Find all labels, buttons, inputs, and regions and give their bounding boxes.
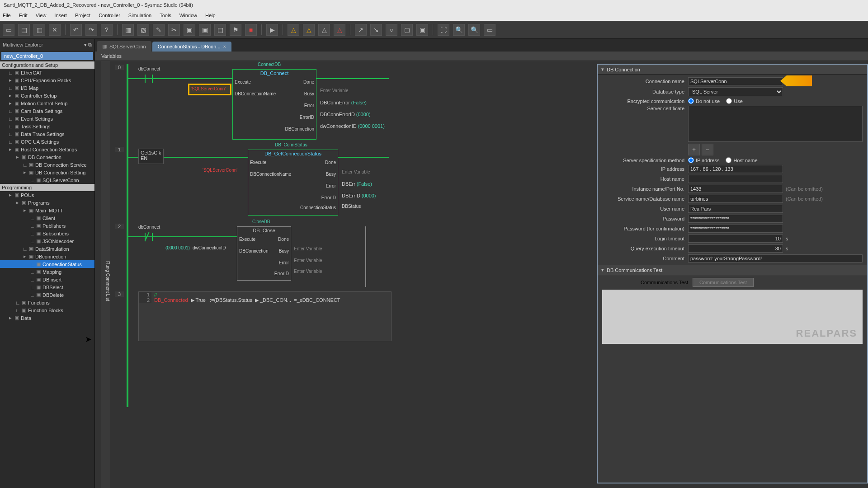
expand-icon[interactable]: ▸ <box>23 207 27 213</box>
expand-icon[interactable]: ∟ <box>8 116 13 122</box>
tree-item-data[interactable]: ▸▣Data <box>0 314 94 322</box>
block-dbconnect[interactable]: DB_Connect Execute DBConnectionName Done… <box>232 69 316 140</box>
tree-item-function-blocks[interactable]: ∟▣Function Blocks <box>0 306 94 314</box>
expand-icon[interactable]: ▸ <box>8 77 13 83</box>
tree-item-dbconnection[interactable]: ▸▣DBconnection <box>0 253 94 260</box>
expand-icon[interactable]: ▸ <box>8 100 13 106</box>
tb-grid1-icon[interactable]: ▥ <box>122 24 134 36</box>
tb-save-icon[interactable]: ▦ <box>33 24 45 36</box>
expand-icon[interactable]: ∟ <box>8 124 13 129</box>
host-name-input[interactable] <box>688 175 783 183</box>
tree-item-db-connection-setting[interactable]: ▸▣DB Connection Setting <box>0 169 94 176</box>
tree-item-event-settings[interactable]: ∟▣Event Settings <box>0 115 94 122</box>
tree-item-motion-control-setup[interactable]: ▸▣Motion Control Setup <box>0 99 94 107</box>
menu-edit[interactable]: Edit <box>19 13 28 18</box>
expand-icon[interactable]: ∟ <box>30 277 34 282</box>
tb-zoom1-icon[interactable]: ⛶ <box>438 24 449 36</box>
tree-item-cpu-expansion-racks[interactable]: ▸▣CPU/Expansion Racks <box>0 76 94 84</box>
section-programming[interactable]: Programming <box>0 184 94 191</box>
tb-gridtool-icon[interactable]: ▤ <box>214 24 226 36</box>
var-dberr[interactable]: DBErr <box>342 181 355 187</box>
user-name-input[interactable] <box>688 205 783 213</box>
menu-view[interactable]: View <box>36 13 47 18</box>
login-timeout-input[interactable] <box>688 235 783 243</box>
password-confirm-input[interactable] <box>688 225 783 233</box>
ip-address-input[interactable] <box>688 165 783 173</box>
tb-stop-icon[interactable]: ■ <box>245 24 257 36</box>
tree-item-host-connection-settings[interactable]: ▸▣Host Connection Settings <box>0 145 94 153</box>
tb-cut-icon[interactable]: ✂ <box>168 24 180 36</box>
expand-icon[interactable]: ∟ <box>8 108 13 114</box>
var-dbstatus[interactable]: DBStatus <box>342 204 361 209</box>
communications-test-button[interactable]: Communications Test <box>693 278 754 287</box>
tab-connectionstatus[interactable]: ConnectionStatus - DBcon... × <box>152 42 231 52</box>
query-timeout-input[interactable] <box>688 244 783 253</box>
tb-circle-icon[interactable]: ○ <box>386 24 397 36</box>
var-busy[interactable]: Enter Variable <box>320 88 349 93</box>
tree-item-data-trace-settings[interactable]: ∟▣Data Trace Settings <box>0 130 94 138</box>
expand-icon[interactable]: ∟ <box>8 85 13 91</box>
menu-simulation[interactable]: Simulation <box>128 13 151 18</box>
section-config[interactable]: Configurations and Setup <box>0 61 94 69</box>
menu-insert[interactable]: Insert <box>54 13 67 18</box>
expand-icon[interactable]: ∟ <box>23 246 27 252</box>
tb-zoomout-icon[interactable]: 🔍 <box>468 24 480 36</box>
tb-zoomfit-icon[interactable]: ▭ <box>484 24 495 36</box>
tb-arrow1-icon[interactable]: ↗ <box>355 24 367 36</box>
tree-item-jsondecoder[interactable]: ∟▣JSONdecoder <box>0 237 94 245</box>
contact-get1sclk[interactable]: Get1sClk EN <box>138 149 164 164</box>
tree-item-publishers[interactable]: ∟▣Publishers <box>0 222 94 230</box>
menu-project[interactable]: Project <box>75 13 90 18</box>
expand-icon[interactable]: ▸ <box>23 253 27 259</box>
var[interactable]: Enter Variable <box>294 246 322 251</box>
tree-item-sqlserverconn[interactable]: ∟▣SQLServerConn <box>0 176 94 184</box>
controller-selector[interactable]: new_Controller_0 <box>1 52 93 60</box>
tb-run-icon[interactable]: ▶ <box>266 24 278 36</box>
expand-icon[interactable]: ▸ <box>15 200 20 206</box>
menu-file[interactable]: File <box>3 13 11 18</box>
var-error[interactable]: DBConnError <box>320 100 350 105</box>
tb-new-icon[interactable]: ▭ <box>3 24 14 36</box>
expand-icon[interactable]: ∟ <box>30 178 34 183</box>
expand-icon[interactable]: ▸ <box>8 93 13 99</box>
tree-item-dbinsert[interactable]: ∟▣DBinsert <box>0 276 94 283</box>
menu-controller[interactable]: Controller <box>99 13 120 18</box>
tree-item-task-settings[interactable]: ∟▣Task Settings <box>0 122 94 130</box>
db-comm-test-header[interactable]: ▾DB Communications Test <box>598 265 867 275</box>
tb-warn4-icon[interactable]: △ <box>334 24 345 36</box>
tb-grid2-icon[interactable]: ▧ <box>137 24 149 36</box>
menu-tools[interactable]: Tools <box>160 13 171 18</box>
var[interactable]: Enter Variable <box>294 269 322 274</box>
db-panel-header[interactable]: ▾DB Connection <box>598 65 867 75</box>
expand-icon[interactable]: ∟ <box>30 231 34 236</box>
radio-do-not-use[interactable]: Do not use <box>688 98 720 104</box>
tb-help-icon[interactable]: ? <box>101 24 113 36</box>
expand-icon[interactable]: ∟ <box>15 300 20 305</box>
radio-hostname[interactable]: Host name <box>726 157 757 163</box>
password-input[interactable] <box>688 215 783 223</box>
expand-icon[interactable]: ▸ <box>8 192 13 198</box>
expand-icon[interactable]: ∟ <box>8 70 13 75</box>
cert-remove-icon[interactable]: − <box>702 144 713 155</box>
tree-item-controller-setup[interactable]: ▸▣Controller Setup <box>0 92 94 99</box>
expand-icon[interactable]: ∟ <box>30 285 34 290</box>
radio-ip[interactable]: IP address <box>688 157 719 163</box>
tb-chip-icon[interactable]: ▣ <box>416 24 428 36</box>
tb-motion-icon[interactable]: ▣ <box>199 24 211 36</box>
tb-search-icon[interactable]: ✎ <box>153 24 165 36</box>
radio-use[interactable]: Use <box>726 98 743 104</box>
variables-bar[interactable]: Variables <box>95 52 868 61</box>
var[interactable]: Enter Variable <box>294 258 322 263</box>
tree-item-datasimulation[interactable]: ∟▣DataSimulation <box>0 245 94 253</box>
tree-item-dbselect[interactable]: ∟▣DBSelect <box>0 283 94 291</box>
expand-icon[interactable]: ∟ <box>30 262 34 267</box>
cert-add-icon[interactable]: + <box>688 144 700 155</box>
tree-item-ethercat[interactable]: ∟▣EtherCAT <box>0 69 94 76</box>
tb-delete-icon[interactable]: ✕ <box>49 24 61 36</box>
menu-help[interactable]: Help <box>205 13 216 18</box>
tb-warn2-icon[interactable]: △ <box>303 24 315 36</box>
instance-port-input[interactable] <box>688 185 783 193</box>
tree-item-dbdelete[interactable]: ∟▣DBDelete <box>0 291 94 299</box>
expand-icon[interactable]: ∟ <box>30 269 34 275</box>
expand-icon[interactable]: ∟ <box>15 308 20 313</box>
